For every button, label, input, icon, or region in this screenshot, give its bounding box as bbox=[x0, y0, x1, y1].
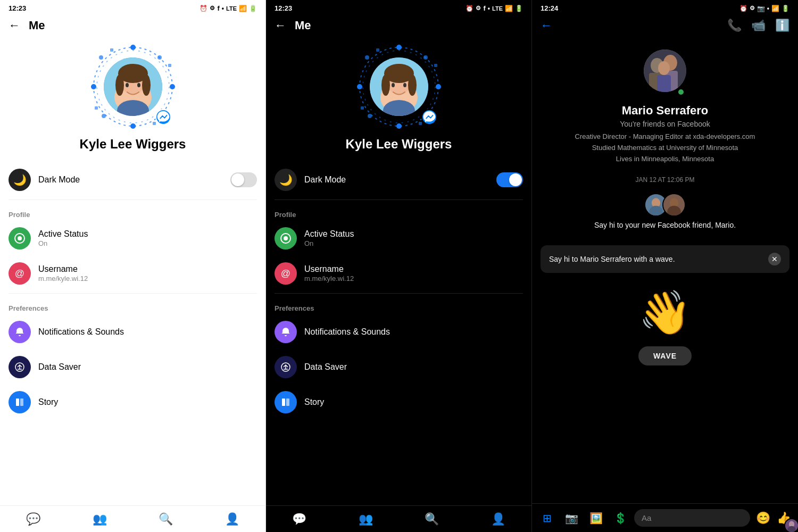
user-name-p1: Kyle Lee Wiggers bbox=[80, 137, 186, 152]
username-item-p1[interactable]: @ Username m.me/kyle.wi.12 bbox=[9, 256, 257, 291]
dark-mode-text-p2: Dark Mode bbox=[304, 175, 496, 185]
info-button[interactable]: ℹ️ bbox=[775, 19, 789, 32]
bottom-profile-p1[interactable]: 👤 bbox=[225, 512, 239, 526]
user-job: Creative Director - Managing Editor at x… bbox=[575, 132, 755, 140]
story-icon-p2 bbox=[275, 391, 297, 413]
wave-emoji-area: 👋 WAVE bbox=[541, 277, 789, 376]
divider-2-p1 bbox=[9, 293, 257, 294]
bottom-discover-p1[interactable]: 🔍 bbox=[159, 512, 173, 526]
settings-list-p1: 🌙 Dark Mode Profile Active Status On bbox=[0, 162, 265, 505]
svg-point-54 bbox=[284, 236, 288, 240]
dark-mode-item-p1[interactable]: 🌙 Dark Mode bbox=[9, 162, 257, 197]
time-p3: 12:24 bbox=[541, 4, 558, 12]
username-sub-p2: m.me/kyle.wi.12 bbox=[304, 275, 523, 282]
battery-icon-p2: 🔋 bbox=[515, 5, 523, 12]
back-button-p3[interactable]: ← bbox=[541, 19, 552, 32]
user-edu: Studied Mathematics at University of Min… bbox=[592, 144, 738, 152]
svg-rect-41 bbox=[361, 106, 364, 110]
data-saver-item-p2[interactable]: Data Saver bbox=[275, 350, 523, 385]
avatar-ring-p2 bbox=[356, 44, 442, 129]
emoji-icon[interactable]: 😊 bbox=[755, 510, 771, 527]
username-label-p1: Username bbox=[38, 264, 257, 274]
username-item-p2[interactable]: @ Username m.me/kyle.wi.12 bbox=[275, 256, 523, 291]
user-info-p3: Creative Director - Managing Editor at x… bbox=[575, 131, 755, 164]
username-label-p2: Username bbox=[304, 264, 523, 274]
bottom-home-p1[interactable]: 💬 bbox=[26, 512, 40, 526]
chat-timestamp: JAN 12 AT 12:06 PM bbox=[541, 170, 789, 188]
panel-light: 12:23 ⏰ ⚙ f • LTE 📶 🔋 ← Me bbox=[0, 0, 266, 532]
svg-point-31 bbox=[396, 45, 402, 50]
profile-section-header-p2: Profile bbox=[275, 202, 523, 221]
video-button[interactable]: 📹 bbox=[751, 19, 766, 32]
chat-header-icons: 📞 📹 ℹ️ bbox=[727, 19, 789, 32]
avatar-image-p2 bbox=[370, 57, 428, 116]
chat-input[interactable] bbox=[634, 509, 750, 527]
svg-point-33 bbox=[396, 123, 402, 129]
wave-banner-text: Say hi to Mario Serrafero with a wave. bbox=[549, 255, 768, 263]
svg-point-19 bbox=[115, 74, 124, 96]
dark-mode-toggle-p2[interactable] bbox=[496, 172, 523, 187]
svg-point-50 bbox=[392, 83, 395, 87]
bottom-home-p2[interactable]: 💬 bbox=[292, 512, 306, 526]
wave-close-button[interactable]: ✕ bbox=[768, 253, 781, 265]
notifications-icon-p1 bbox=[9, 321, 31, 343]
svg-rect-12 bbox=[95, 106, 98, 110]
bottom-profile-p2[interactable]: 👤 bbox=[491, 512, 505, 526]
facebook-icon-p2: f bbox=[483, 4, 485, 12]
svg-rect-57 bbox=[286, 398, 289, 406]
camera-icon[interactable]: 📷 bbox=[563, 510, 580, 527]
svg-point-48 bbox=[381, 74, 390, 96]
req-avatar-2 bbox=[662, 193, 686, 217]
active-status-sub-p2: On bbox=[304, 239, 523, 247]
image-icon[interactable]: 🖼️ bbox=[587, 510, 604, 527]
active-status-item-p1[interactable]: Active Status On bbox=[9, 221, 257, 256]
dot-icon-p3: • bbox=[767, 5, 769, 12]
data-saver-label-p2: Data Saver bbox=[304, 362, 523, 372]
back-button-p1[interactable]: ← bbox=[9, 19, 20, 32]
svg-rect-28 bbox=[20, 398, 23, 406]
svg-point-34 bbox=[357, 84, 362, 89]
moon-icon-p1: 🌙 bbox=[13, 173, 27, 186]
dark-mode-toggle-p1[interactable] bbox=[230, 172, 257, 187]
moon-icon-p2: 🌙 bbox=[279, 173, 293, 186]
story-item-p1[interactable]: Story bbox=[9, 385, 257, 420]
alarm-icon-p2: ⏰ bbox=[466, 5, 473, 12]
notifications-item-p1[interactable]: Notifications & Sounds bbox=[9, 314, 257, 350]
username-text-p1: Username m.me/kyle.wi.12 bbox=[38, 264, 257, 282]
page-title-p1: Me bbox=[29, 19, 45, 32]
notifications-text-p1: Notifications & Sounds bbox=[38, 327, 257, 337]
active-status-item-p2[interactable]: Active Status On bbox=[275, 221, 523, 256]
lte-label-p2: LTE bbox=[492, 5, 503, 12]
friend-req-area: Say hi to your new Facebook friend, Mari… bbox=[541, 188, 789, 241]
grid-icon[interactable]: ⊞ bbox=[538, 510, 555, 527]
svg-rect-13 bbox=[168, 64, 171, 67]
dark-mode-text-p1: Dark Mode bbox=[38, 175, 230, 185]
svg-rect-11 bbox=[153, 122, 156, 125]
bottom-people-p2[interactable]: 👥 bbox=[359, 512, 373, 526]
signal-icon-p3: 📶 bbox=[771, 5, 779, 12]
divider-1-p2 bbox=[275, 200, 523, 200]
wave-button[interactable]: WAVE bbox=[638, 346, 692, 365]
story-item-p2[interactable]: Story bbox=[275, 385, 523, 420]
bottom-people-p1[interactable]: 👥 bbox=[93, 512, 107, 526]
dark-mode-item-p2[interactable]: 🌙 Dark Mode bbox=[275, 162, 523, 197]
friend-req-text: Say hi to your new Facebook friend, Mari… bbox=[594, 221, 736, 229]
notifications-item-p2[interactable]: Notifications & Sounds bbox=[275, 314, 523, 350]
story-icon-p1 bbox=[9, 391, 31, 413]
money-icon[interactable]: 💲 bbox=[612, 510, 629, 527]
divider-1-p1 bbox=[9, 200, 257, 200]
chat-input-icons: ⊞ 📷 🖼️ 💲 bbox=[538, 510, 629, 527]
user-location: Lives in Minneapolis, Minnesota bbox=[616, 155, 714, 163]
svg-rect-64 bbox=[657, 75, 671, 92]
back-button-p2[interactable]: ← bbox=[275, 19, 286, 32]
data-saver-icon-p2 bbox=[275, 356, 297, 378]
username-icon-p1: @ bbox=[9, 262, 31, 285]
lte-label: LTE bbox=[226, 5, 237, 12]
phone-button[interactable]: 📞 bbox=[727, 19, 742, 32]
data-saver-item-p1[interactable]: Data Saver bbox=[9, 350, 257, 385]
bottom-bar-p2: 💬 👥 🔍 👤 bbox=[266, 505, 531, 532]
status-icons-p2: ⏰ ⚙ f • LTE 📶 🔋 bbox=[466, 4, 523, 12]
notifications-icon-p2 bbox=[275, 321, 297, 343]
divider-2-p2 bbox=[275, 293, 523, 294]
bottom-discover-p2[interactable]: 🔍 bbox=[425, 512, 439, 526]
